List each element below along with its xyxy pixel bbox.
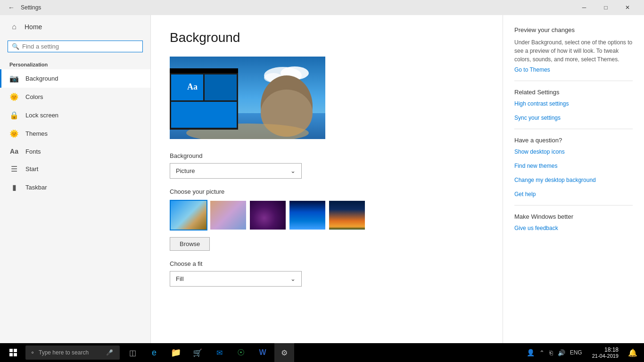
picture-thumb-4[interactable] bbox=[289, 200, 326, 230]
show-hidden-icon[interactable]: ⌃ bbox=[538, 349, 546, 356]
taskbar-search-icon: ⚬ bbox=[30, 349, 35, 356]
divider-1 bbox=[514, 81, 633, 81]
picture-thumb-1[interactable] bbox=[170, 200, 207, 230]
svg-rect-11 bbox=[205, 74, 237, 100]
clock-date: 21-04-2019 bbox=[592, 353, 619, 359]
settings-icon: ⚙ bbox=[281, 348, 288, 357]
background-section-label: Background bbox=[170, 152, 484, 159]
task-view-button[interactable]: ◫ bbox=[123, 343, 142, 362]
fit-value: Fill bbox=[176, 275, 184, 282]
close-button[interactable]: ✕ bbox=[617, 0, 638, 15]
find-new-themes-link[interactable]: Find new themes bbox=[514, 163, 633, 169]
fit-dropdown[interactable]: Fill ⌄ bbox=[170, 271, 302, 287]
sidebar-item-colors-label: Colors bbox=[25, 93, 43, 100]
titlebar-title: Settings bbox=[21, 4, 573, 11]
edge-icon: e bbox=[152, 348, 157, 358]
task-view-icon: ◫ bbox=[129, 348, 136, 357]
background-icon: 📷 bbox=[9, 74, 19, 83]
make-better-title: Make Windows better bbox=[514, 213, 633, 220]
show-desktop-icons-link[interactable]: Show desktop icons bbox=[514, 148, 633, 155]
taskbar-clock[interactable]: 18:18 21-04-2019 bbox=[588, 346, 622, 359]
taskbar-icon: ▮ bbox=[9, 183, 19, 192]
fonts-icon: Aa bbox=[9, 148, 19, 155]
chrome-icon: ☉ bbox=[237, 347, 245, 358]
sidebar-item-lock-screen[interactable]: 🔒 Lock screen bbox=[0, 106, 150, 124]
store-icon: 🛒 bbox=[193, 348, 202, 357]
clock-time: 18:18 bbox=[604, 346, 619, 353]
sidebar-search-container: 🔍 bbox=[8, 41, 143, 52]
mail-button[interactable]: ✉ bbox=[209, 343, 229, 362]
edge-button[interactable]: e bbox=[144, 343, 164, 362]
sidebar-home[interactable]: ⌂ Home bbox=[0, 15, 150, 39]
divider-2 bbox=[514, 129, 633, 129]
preview-description: Under Background, select one of the opti… bbox=[514, 38, 633, 64]
thumb-sunset-img bbox=[329, 201, 365, 230]
sidebar-item-colors[interactable]: 🌞 Colors bbox=[0, 88, 150, 106]
sidebar-item-themes-label: Themes bbox=[25, 130, 48, 137]
feedback-link[interactable]: Give us feedback bbox=[514, 225, 633, 231]
network-icon[interactable]: ⎗ bbox=[548, 349, 554, 356]
desktop-preview: Aa bbox=[170, 57, 325, 139]
browse-button[interactable]: Browse bbox=[170, 237, 210, 251]
svg-text:Aa: Aa bbox=[187, 82, 198, 91]
start-icon: ☰ bbox=[9, 165, 19, 173]
lock-icon: 🔒 bbox=[9, 111, 19, 120]
background-type-dropdown[interactable]: Picture ⌄ bbox=[170, 163, 302, 179]
page-title: Background bbox=[170, 30, 484, 45]
store-button[interactable]: 🛒 bbox=[188, 343, 207, 362]
colors-icon: 🌞 bbox=[9, 92, 19, 101]
start-button[interactable] bbox=[2, 343, 25, 362]
sidebar-item-taskbar[interactable]: ▮ Taskbar bbox=[0, 178, 150, 197]
mail-icon: ✉ bbox=[216, 348, 223, 357]
chrome-button[interactable]: ☉ bbox=[231, 343, 251, 362]
lang-label[interactable]: ENG bbox=[569, 349, 584, 356]
settings-taskbar-button[interactable]: ⚙ bbox=[274, 343, 294, 362]
back-button[interactable]: ← bbox=[6, 2, 17, 13]
app-body: ⌂ Home 🔍 Personalization 📷 Background 🌞 … bbox=[0, 15, 644, 343]
sidebar-search-input[interactable] bbox=[22, 43, 139, 50]
maximize-button[interactable]: □ bbox=[595, 0, 617, 15]
sidebar-item-background[interactable]: 📷 Background bbox=[0, 69, 150, 88]
picture-thumb-5[interactable] bbox=[328, 200, 366, 230]
sidebar-item-themes[interactable]: 🌞 Themes bbox=[0, 124, 150, 143]
sidebar: ⌂ Home 🔍 Personalization 📷 Background 🌞 … bbox=[0, 15, 151, 343]
minimize-button[interactable]: ─ bbox=[573, 0, 595, 15]
get-help-link[interactable]: Get help bbox=[514, 191, 633, 197]
picture-thumb-3[interactable] bbox=[249, 200, 287, 230]
home-icon: ⌂ bbox=[9, 23, 19, 31]
related-settings-title: Related Settings bbox=[514, 89, 633, 96]
notification-button[interactable]: 🔔 bbox=[623, 343, 642, 362]
picture-row bbox=[170, 200, 484, 230]
file-explorer-icon: 📁 bbox=[171, 347, 181, 358]
taskbar-app-icons: ◫ e 📁 🛒 ✉ ☉ W ⚙ bbox=[123, 343, 294, 362]
sidebar-item-start[interactable]: ☰ Start bbox=[0, 160, 150, 178]
right-panel: Preview your changes Under Background, s… bbox=[503, 15, 644, 343]
microphone-icon[interactable]: 🎤 bbox=[104, 349, 115, 356]
choose-picture-label: Choose your picture bbox=[170, 188, 484, 195]
sidebar-home-label: Home bbox=[25, 23, 42, 31]
sidebar-item-fonts[interactable]: Aa Fonts bbox=[0, 143, 150, 160]
taskbar: ⚬ Type here to search 🎤 ◫ e 📁 🛒 ✉ ☉ bbox=[0, 343, 644, 362]
sidebar-item-taskbar-label: Taskbar bbox=[25, 184, 47, 191]
thumb-beach-img bbox=[171, 201, 206, 230]
high-contrast-link[interactable]: High contrast settings bbox=[514, 100, 633, 107]
svg-rect-12 bbox=[171, 102, 237, 128]
volume-icon[interactable]: 🔊 bbox=[556, 349, 567, 356]
picture-thumb-2[interactable] bbox=[209, 200, 247, 230]
goto-themes-link[interactable]: Go to Themes bbox=[514, 66, 633, 73]
window-controls: ─ □ ✕ bbox=[573, 0, 638, 15]
word-button[interactable]: W bbox=[253, 343, 272, 362]
chevron-down-icon: ⌄ bbox=[290, 167, 296, 174]
change-bg-link[interactable]: Change my desktop background bbox=[514, 177, 633, 183]
choose-fit-label: Choose a fit bbox=[170, 260, 484, 267]
thumb-blue-img bbox=[289, 201, 325, 230]
people-icon[interactable]: 👤 bbox=[525, 349, 536, 356]
sync-settings-link[interactable]: Sync your settings bbox=[514, 115, 633, 121]
themes-icon: 🌞 bbox=[9, 129, 19, 138]
main-content: Background bbox=[151, 15, 503, 343]
file-explorer-button[interactable]: 📁 bbox=[166, 343, 186, 362]
svg-rect-9 bbox=[170, 68, 238, 73]
sidebar-item-start-label: Start bbox=[25, 165, 38, 173]
taskbar-search[interactable]: ⚬ Type here to search 🎤 bbox=[25, 346, 120, 360]
preview-svg: Aa bbox=[170, 57, 325, 139]
